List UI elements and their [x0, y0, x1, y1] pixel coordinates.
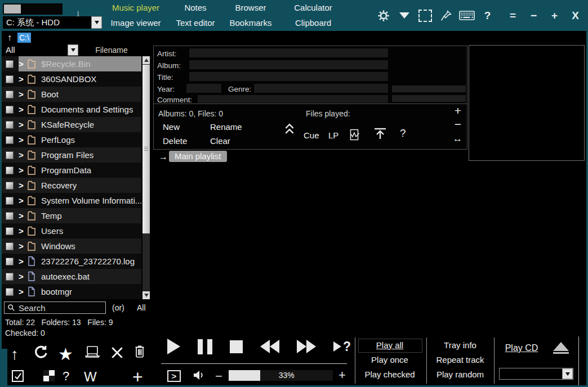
help-icon[interactable]: ?	[477, 10, 498, 22]
collapse-chevrons-icon[interactable]	[284, 123, 295, 137]
fast-forward-button[interactable]	[297, 340, 316, 353]
tab-text-editor[interactable]: Text editor	[171, 15, 220, 30]
filter-dropdown-value[interactable]: All	[6, 45, 15, 55]
trash-icon[interactable]	[133, 344, 146, 359]
row-checkbox[interactable]	[6, 288, 14, 296]
tab-clipboard[interactable]: Clipboard	[282, 15, 345, 30]
artist-field[interactable]	[189, 48, 388, 57]
row-checkbox[interactable]	[6, 121, 14, 129]
row-checkbox[interactable]	[6, 227, 14, 235]
file-row[interactable]: > Users	[2, 223, 141, 238]
open-panel-icon[interactable]: >	[167, 370, 181, 382]
filter-dropdown-button[interactable]	[68, 44, 78, 56]
expand-chevron-icon[interactable]: >	[19, 241, 27, 251]
cue-button[interactable]: Cue	[304, 130, 319, 140]
file-row[interactable]: > Windows	[2, 238, 141, 254]
refresh-icon[interactable]	[33, 344, 49, 360]
keyboard-icon[interactable]	[456, 11, 477, 20]
expand-chevron-icon[interactable]: >	[19, 211, 27, 220]
search-input[interactable]: Search	[4, 302, 106, 314]
current-path[interactable]: C:\	[17, 33, 31, 43]
pause-button[interactable]	[198, 339, 212, 354]
expand-chevron-icon[interactable]: >	[19, 59, 27, 69]
volume-slider[interactable]: 33%	[229, 370, 333, 381]
expand-chevron-icon[interactable]: >	[19, 196, 27, 205]
search-or-toggle[interactable]: (or)	[112, 303, 124, 312]
volume-down-button[interactable]: −	[215, 370, 222, 382]
playlist-add-button[interactable]: +	[455, 104, 461, 118]
up-arrow-icon[interactable]: ↑	[11, 345, 19, 363]
row-checkbox[interactable]	[6, 91, 14, 98]
favorite-star-icon[interactable]: ★	[58, 344, 73, 364]
mode-play-checked[interactable]: Play checked	[357, 370, 423, 379]
row-checkbox[interactable]	[6, 242, 14, 250]
expand-chevron-icon[interactable]: >	[19, 272, 27, 281]
expand-chevron-icon[interactable]: >	[19, 181, 27, 190]
marquee-select-icon[interactable]	[415, 10, 435, 22]
row-checkbox[interactable]	[6, 60, 14, 68]
dropdown-arrow-icon[interactable]	[394, 12, 415, 19]
minimize-icon[interactable]: −	[523, 10, 544, 22]
play-random-query-button[interactable]: ?	[333, 339, 351, 354]
file-row[interactable]: > Recovery	[2, 178, 141, 193]
filename-column-header[interactable]: Filename	[81, 46, 142, 55]
file-row[interactable]: > $Recycle.Bin	[2, 56, 141, 71]
pin-icon[interactable]	[435, 10, 456, 22]
file-list-scrollbar[interactable]	[142, 56, 150, 299]
stop-button[interactable]	[230, 340, 243, 353]
expand-chevron-icon[interactable]: >	[19, 120, 27, 129]
scroll-up-button[interactable]	[142, 56, 150, 64]
genre-field[interactable]	[254, 84, 388, 93]
lp-button[interactable]: LP	[328, 130, 338, 140]
tab-notes[interactable]: Notes	[171, 0, 220, 15]
play-button[interactable]	[167, 339, 180, 354]
option-tray-info[interactable]: Tray info	[428, 340, 492, 350]
help-icon[interactable]: ?	[63, 369, 69, 384]
maximize-icon[interactable]: +	[544, 10, 565, 22]
settings-gear-icon[interactable]	[373, 10, 394, 22]
year-field[interactable]	[186, 84, 221, 93]
expand-chevron-icon[interactable]: >	[19, 226, 27, 236]
file-row[interactable]: > bootmgr	[2, 284, 141, 299]
comment-field[interactable]	[198, 95, 388, 103]
row-checkbox[interactable]	[6, 197, 14, 205]
file-row[interactable]: > PerfLogs	[2, 132, 141, 147]
invert-selection-icon[interactable]	[43, 370, 55, 381]
album-field[interactable]	[189, 60, 388, 69]
close-icon[interactable]: X	[565, 10, 586, 22]
drive-selector[interactable]: C: 系统 - HDD	[3, 16, 102, 29]
file-row[interactable]: > System Volume Informati...	[2, 193, 141, 208]
tab-music-player[interactable]: Music player	[100, 0, 171, 15]
scrollbar-thumb[interactable]	[142, 65, 150, 233]
title-field[interactable]	[189, 72, 388, 81]
row-checkbox[interactable]	[6, 182, 14, 190]
file-row[interactable]: > KSafeRecycle	[2, 117, 141, 132]
file-row[interactable]: > Temp	[2, 208, 141, 223]
cd-drive-dropdown[interactable]	[499, 368, 573, 380]
add-icon[interactable]: +	[132, 367, 143, 387]
expand-chevron-icon[interactable]: >	[19, 256, 27, 266]
row-checkbox[interactable]	[6, 212, 14, 220]
mode-play-once[interactable]: Play once	[357, 355, 423, 364]
rewind-button[interactable]	[260, 340, 279, 353]
volume-up-button[interactable]: +	[338, 369, 346, 381]
main-playlist-tab[interactable]: Main playlist	[169, 151, 227, 162]
playlist-remove-button[interactable]: −	[455, 118, 461, 131]
playlist-rename-button[interactable]: Rename	[210, 122, 242, 132]
waveform-icon[interactable]	[350, 129, 360, 143]
row-checkbox[interactable]	[6, 75, 14, 83]
tab-browser[interactable]: Browser	[220, 0, 282, 15]
play-cd-button[interactable]: Play CD	[500, 343, 543, 353]
up-directory-icon[interactable]: ↑	[7, 33, 12, 43]
expand-chevron-icon[interactable]: >	[19, 89, 27, 99]
close-x-icon[interactable]	[110, 345, 124, 360]
wikipedia-icon[interactable]: W	[84, 369, 97, 385]
file-row[interactable]: > 23722276_23722270.log	[2, 254, 141, 269]
expand-chevron-icon[interactable]: >	[19, 135, 27, 145]
cd-drive-dropdown-button[interactable]	[562, 368, 573, 379]
tab-bookmarks[interactable]: Bookmarks	[220, 15, 282, 30]
drive-selector-dropdown-button[interactable]	[91, 16, 102, 29]
tab-calculator[interactable]: Calculator	[282, 0, 345, 15]
playlist-new-button[interactable]: New	[163, 122, 180, 132]
option-repeat-track[interactable]: Repeat track	[428, 355, 492, 364]
